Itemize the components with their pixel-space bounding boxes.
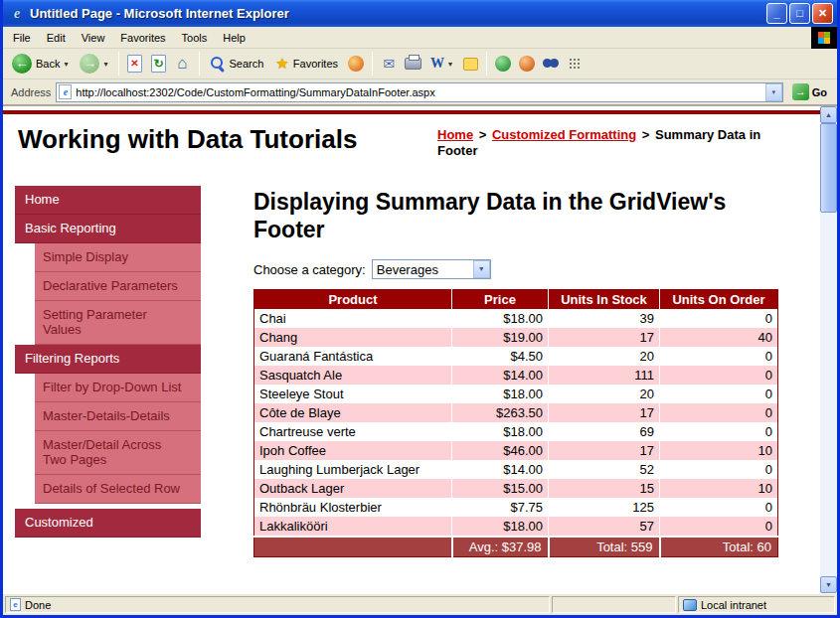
cell-units-in-stock: 20 — [549, 385, 660, 403]
sidebar-item-master-details-details[interactable]: Master-Details-Details — [35, 402, 201, 431]
edit-with-word-button[interactable]: W ▾ — [425, 54, 457, 74]
history-button[interactable] — [345, 53, 367, 75]
page-body: Home Basic Reporting Simple Display Decl… — [3, 178, 820, 557]
sidebar-item-customized[interactable]: Customized — [15, 509, 201, 538]
cell-units-on-order: 40 — [660, 328, 778, 347]
table-row: Chang $19.00 17 40 — [254, 328, 778, 347]
category-select[interactable]: Beverages ▼ — [372, 259, 491, 279]
menu-edit[interactable]: Edit — [39, 29, 74, 47]
back-button[interactable]: ← Back ▾ — [7, 52, 73, 76]
cell-price: $14.00 — [452, 366, 549, 385]
binoculars-icon — [543, 59, 559, 69]
table-row: Ipoh Coffee $46.00 17 10 — [254, 441, 778, 460]
sidebar-nav: Home Basic Reporting Simple Display Decl… — [15, 186, 201, 538]
cell-product: Chai — [254, 309, 452, 328]
toolbar-separator — [199, 52, 200, 76]
menu-favorites[interactable]: Favorites — [112, 29, 173, 47]
table-row: Sasquatch Ale $14.00 111 0 — [254, 366, 778, 385]
sidebar-item-simple-display[interactable]: Simple Display — [35, 243, 201, 272]
cell-units-on-order: 0 — [660, 498, 778, 517]
status-panel-main: e Done — [5, 596, 550, 613]
cell-units-in-stock: 111 — [549, 366, 660, 385]
address-input[interactable] — [76, 84, 764, 100]
search-button[interactable]: Search — [205, 54, 269, 74]
cell-price: $15.00 — [452, 479, 549, 498]
cell-units-in-stock: 17 — [549, 328, 660, 347]
media-button[interactable] — [516, 53, 538, 75]
menu-help[interactable]: Help — [215, 29, 253, 47]
quick-launch-button[interactable] — [564, 53, 586, 75]
go-button[interactable]: → Go — [788, 82, 831, 101]
select-dropdown-icon[interactable]: ▼ — [473, 260, 490, 278]
cell-product: Rhönbräu Klosterbier — [254, 498, 452, 517]
cell-product: Laughing Lumberjack Lager — [254, 460, 452, 479]
products-gridview: Product Price Units In Stock Units On Or… — [253, 289, 778, 557]
cell-product: Guaraná Fantástica — [254, 347, 452, 366]
forward-button[interactable]: → ▾ — [75, 52, 112, 76]
menu-file[interactable]: File — [5, 29, 39, 47]
stop-icon: ✕ — [127, 55, 142, 73]
back-icon: ← — [12, 54, 32, 74]
vertical-scrollbar[interactable]: ▲ ▼ — [820, 106, 837, 593]
sidebar-item-declarative-parameters[interactable]: Declarative Parameters — [35, 272, 201, 301]
breadcrumb: Home > Customized Formatting > Summary D… — [437, 127, 797, 159]
back-dropdown-icon[interactable]: ▾ — [64, 60, 68, 69]
zone-text: Local intranet — [701, 599, 766, 611]
refresh-button[interactable]: ↻ — [148, 53, 170, 75]
print-button[interactable] — [402, 53, 423, 75]
toolbar-separator — [486, 52, 487, 76]
scrollbar-track[interactable] — [820, 123, 837, 576]
refresh-icon: ↻ — [151, 55, 166, 73]
menu-view[interactable]: View — [74, 29, 113, 47]
messenger-icon — [495, 56, 511, 72]
sidebar-item-home[interactable]: Home — [15, 186, 201, 215]
address-dropdown-icon[interactable]: ▾ — [765, 83, 782, 101]
cell-product: Côte de Blaye — [254, 403, 452, 422]
cell-units-in-stock: 20 — [549, 347, 660, 366]
sidebar-item-filtering-reports[interactable]: Filtering Reports — [15, 345, 201, 374]
breadcrumb-separator: > — [477, 127, 489, 142]
table-row: Chartreuse verte $18.00 69 0 — [254, 422, 778, 441]
window-title: Untitled Page - Microsoft Internet Explo… — [30, 6, 766, 21]
sidebar-item-setting-parameter-values[interactable]: Setting Parameter Values — [35, 301, 201, 345]
header-row: Product Price Units In Stock Units On Or… — [254, 290, 778, 310]
forward-dropdown-icon[interactable]: ▾ — [103, 60, 107, 69]
favorites-label: Favorites — [293, 58, 338, 70]
research-button[interactable] — [540, 53, 562, 75]
messenger-button[interactable] — [492, 53, 514, 75]
cell-units-on-order: 0 — [660, 385, 778, 403]
breadcrumb-link-section[interactable]: Customized Formatting — [492, 127, 636, 142]
menu-tools[interactable]: Tools — [174, 29, 216, 47]
address-label: Address — [11, 86, 51, 98]
cell-product: Sasquatch Ale — [254, 366, 452, 385]
scroll-down-button[interactable]: ▼ — [820, 576, 837, 593]
scroll-up-button[interactable]: ▲ — [820, 106, 837, 123]
maximize-button[interactable]: □ — [789, 3, 810, 24]
cell-price: $46.00 — [452, 441, 549, 460]
grid-icon — [569, 58, 582, 71]
title-bar[interactable]: e Untitled Page - Microsoft Internet Exp… — [3, 0, 837, 27]
search-label: Search — [230, 58, 264, 70]
ie-icon: e — [9, 6, 25, 22]
home-button[interactable]: ⌂ — [172, 53, 194, 75]
status-text: Done — [25, 599, 51, 611]
table-row: Côte de Blaye $263.50 17 0 — [254, 403, 778, 422]
sidebar-item-basic-reporting[interactable]: Basic Reporting — [15, 215, 201, 243]
scrollbar-thumb[interactable] — [820, 123, 837, 213]
stop-button[interactable]: ✕ — [124, 53, 146, 75]
favorites-button[interactable]: ★ Favorites — [270, 53, 343, 75]
mail-button[interactable]: ✉ — [378, 53, 400, 75]
search-icon — [210, 56, 226, 72]
sidebar-item-details-of-selected-row[interactable]: Details of Selected Row — [35, 475, 201, 504]
close-button[interactable]: ✕ — [812, 3, 833, 24]
sidebar-item-filter-by-dropdown-list[interactable]: Filter by Drop-Down List — [35, 374, 201, 402]
breadcrumb-link-home[interactable]: Home — [437, 127, 473, 142]
footer-cell-total-stock: Total: 559 — [549, 537, 660, 557]
sidebar-item-master-detail-across-two-pages[interactable]: Master/Detail Across Two Pages — [35, 431, 201, 475]
footer-cell-avg-price: Avg.: $37.98 — [452, 537, 549, 557]
minimize-button[interactable]: _ — [766, 3, 787, 24]
cell-units-on-order: 0 — [660, 460, 778, 479]
discuss-button[interactable] — [459, 53, 481, 75]
cell-units-on-order: 0 — [660, 309, 778, 328]
edit-dropdown-icon[interactable]: ▾ — [448, 60, 452, 69]
